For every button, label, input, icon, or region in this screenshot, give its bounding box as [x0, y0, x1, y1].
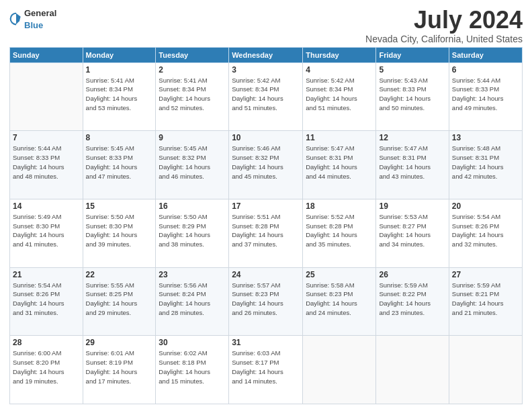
logo-icon [9, 12, 23, 26]
calendar-cell: 8Sunrise: 5:45 AM Sunset: 8:33 PM Daylig… [83, 131, 156, 199]
day-number: 25 [306, 270, 373, 279]
day-number: 13 [452, 133, 519, 142]
calendar-cell: 6Sunrise: 5:44 AM Sunset: 8:33 PM Daylig… [449, 62, 522, 131]
calendar-cell: 23Sunrise: 5:56 AM Sunset: 8:24 PM Dayli… [156, 267, 229, 336]
calendar-cell: 28Sunrise: 6:00 AM Sunset: 8:20 PM Dayli… [10, 336, 83, 404]
calendar-table: SundayMondayTuesdayWednesdayThursdayFrid… [9, 47, 523, 404]
calendar-week-row: 7Sunrise: 5:44 AM Sunset: 8:33 PM Daylig… [10, 131, 523, 199]
day-info: Sunrise: 6:01 AM Sunset: 8:19 PM Dayligh… [86, 349, 153, 385]
main-title: July 2024 [365, 7, 523, 34]
day-info: Sunrise: 5:41 AM Sunset: 8:34 PM Dayligh… [86, 76, 153, 113]
calendar-cell: 30Sunrise: 6:02 AM Sunset: 8:18 PM Dayli… [156, 336, 229, 404]
header-row: General Blue July 2024 Nevada City, Cali… [9, 7, 523, 44]
weekday-header: Sunday [10, 47, 83, 62]
day-number: 23 [159, 270, 226, 279]
day-info: Sunrise: 5:54 AM Sunset: 8:26 PM Dayligh… [452, 212, 519, 249]
day-info: Sunrise: 5:59 AM Sunset: 8:21 PM Dayligh… [452, 281, 519, 318]
calendar-cell: 4Sunrise: 5:42 AM Sunset: 8:34 PM Daylig… [303, 62, 376, 131]
day-info: Sunrise: 5:42 AM Sunset: 8:34 PM Dayligh… [306, 76, 373, 113]
day-info: Sunrise: 5:50 AM Sunset: 8:30 PM Dayligh… [86, 212, 153, 249]
day-info: Sunrise: 5:43 AM Sunset: 8:33 PM Dayligh… [379, 76, 445, 113]
day-info: Sunrise: 5:44 AM Sunset: 8:33 PM Dayligh… [13, 144, 80, 181]
day-info: Sunrise: 5:50 AM Sunset: 8:29 PM Dayligh… [159, 212, 226, 249]
logo-blue: Blue [24, 20, 43, 30]
day-info: Sunrise: 5:53 AM Sunset: 8:27 PM Dayligh… [379, 212, 445, 249]
weekday-header: Wednesday [229, 47, 303, 62]
day-number: 17 [232, 201, 300, 211]
calendar-cell [303, 336, 376, 404]
calendar-cell: 29Sunrise: 6:01 AM Sunset: 8:19 PM Dayli… [83, 336, 156, 404]
calendar-cell: 12Sunrise: 5:47 AM Sunset: 8:31 PM Dayli… [376, 131, 449, 199]
subtitle: Nevada City, California, United States [365, 34, 523, 44]
day-info: Sunrise: 5:42 AM Sunset: 8:34 PM Dayligh… [232, 76, 300, 113]
calendar-cell [376, 336, 449, 404]
calendar-week-row: 14Sunrise: 5:49 AM Sunset: 8:30 PM Dayli… [10, 199, 523, 267]
calendar-cell [10, 62, 83, 131]
day-number: 20 [452, 201, 519, 211]
weekday-header-row: SundayMondayTuesdayWednesdayThursdayFrid… [10, 47, 523, 62]
day-info: Sunrise: 5:58 AM Sunset: 8:23 PM Dayligh… [306, 281, 373, 318]
day-info: Sunrise: 5:46 AM Sunset: 8:32 PM Dayligh… [232, 144, 300, 181]
day-number: 29 [86, 338, 153, 347]
day-number: 11 [306, 133, 373, 142]
weekday-header: Monday [83, 47, 156, 62]
day-number: 4 [306, 65, 373, 75]
day-number: 16 [159, 201, 226, 211]
calendar-week-row: 21Sunrise: 5:54 AM Sunset: 8:26 PM Dayli… [10, 267, 523, 336]
day-number: 14 [13, 201, 80, 211]
logo: General Blue [9, 7, 56, 31]
calendar-cell: 10Sunrise: 5:46 AM Sunset: 8:32 PM Dayli… [229, 131, 303, 199]
day-info: Sunrise: 5:54 AM Sunset: 8:26 PM Dayligh… [13, 281, 80, 318]
calendar-cell: 13Sunrise: 5:48 AM Sunset: 8:31 PM Dayli… [449, 131, 522, 199]
calendar-week-row: 28Sunrise: 6:00 AM Sunset: 8:20 PM Dayli… [10, 336, 523, 404]
calendar-cell: 26Sunrise: 5:59 AM Sunset: 8:22 PM Dayli… [376, 267, 449, 336]
day-number: 1 [86, 65, 153, 75]
calendar-cell: 2Sunrise: 5:41 AM Sunset: 8:34 PM Daylig… [156, 62, 229, 131]
calendar-cell: 14Sunrise: 5:49 AM Sunset: 8:30 PM Dayli… [10, 199, 83, 267]
day-number: 7 [13, 133, 80, 142]
calendar-cell: 20Sunrise: 5:54 AM Sunset: 8:26 PM Dayli… [449, 199, 522, 267]
weekday-header: Tuesday [156, 47, 229, 62]
day-number: 30 [159, 338, 226, 347]
page-container: General Blue July 2024 Nevada City, Cali… [0, 0, 532, 411]
day-number: 12 [379, 133, 445, 142]
day-info: Sunrise: 5:47 AM Sunset: 8:31 PM Dayligh… [306, 144, 373, 181]
calendar-week-row: 1Sunrise: 5:41 AM Sunset: 8:34 PM Daylig… [10, 62, 523, 131]
calendar-cell [449, 336, 522, 404]
day-number: 26 [379, 270, 445, 279]
day-number: 19 [379, 201, 445, 211]
day-info: Sunrise: 6:02 AM Sunset: 8:18 PM Dayligh… [159, 349, 226, 385]
logo-text: General Blue [24, 7, 56, 31]
calendar-cell: 1Sunrise: 5:41 AM Sunset: 8:34 PM Daylig… [83, 62, 156, 131]
calendar-cell: 27Sunrise: 5:59 AM Sunset: 8:21 PM Dayli… [449, 267, 522, 336]
day-info: Sunrise: 5:45 AM Sunset: 8:33 PM Dayligh… [86, 144, 153, 181]
calendar-cell: 16Sunrise: 5:50 AM Sunset: 8:29 PM Dayli… [156, 199, 229, 267]
calendar-cell: 19Sunrise: 5:53 AM Sunset: 8:27 PM Dayli… [376, 199, 449, 267]
day-info: Sunrise: 5:52 AM Sunset: 8:28 PM Dayligh… [306, 212, 373, 249]
calendar-cell: 5Sunrise: 5:43 AM Sunset: 8:33 PM Daylig… [376, 62, 449, 131]
day-number: 2 [159, 65, 226, 75]
calendar-cell: 7Sunrise: 5:44 AM Sunset: 8:33 PM Daylig… [10, 131, 83, 199]
calendar-cell: 9Sunrise: 5:45 AM Sunset: 8:32 PM Daylig… [156, 131, 229, 199]
weekday-header: Thursday [303, 47, 376, 62]
title-block: July 2024 Nevada City, California, Unite… [365, 7, 523, 44]
calendar-cell: 18Sunrise: 5:52 AM Sunset: 8:28 PM Dayli… [303, 199, 376, 267]
calendar-cell: 17Sunrise: 5:51 AM Sunset: 8:28 PM Dayli… [229, 199, 303, 267]
day-info: Sunrise: 5:51 AM Sunset: 8:28 PM Dayligh… [232, 212, 300, 249]
calendar-cell: 25Sunrise: 5:58 AM Sunset: 8:23 PM Dayli… [303, 267, 376, 336]
day-number: 28 [13, 338, 80, 347]
day-number: 22 [86, 270, 153, 279]
calendar-cell: 31Sunrise: 6:03 AM Sunset: 8:17 PM Dayli… [229, 336, 303, 404]
day-number: 21 [13, 270, 80, 279]
day-info: Sunrise: 5:57 AM Sunset: 8:23 PM Dayligh… [232, 281, 300, 318]
day-info: Sunrise: 5:55 AM Sunset: 8:25 PM Dayligh… [86, 281, 153, 318]
weekday-header: Friday [376, 47, 449, 62]
calendar-cell: 21Sunrise: 5:54 AM Sunset: 8:26 PM Dayli… [10, 267, 83, 336]
calendar-cell: 3Sunrise: 5:42 AM Sunset: 8:34 PM Daylig… [229, 62, 303, 131]
day-info: Sunrise: 5:44 AM Sunset: 8:33 PM Dayligh… [452, 76, 519, 113]
day-info: Sunrise: 5:41 AM Sunset: 8:34 PM Dayligh… [159, 76, 226, 113]
day-number: 24 [232, 270, 300, 279]
day-info: Sunrise: 5:59 AM Sunset: 8:22 PM Dayligh… [379, 281, 445, 318]
day-number: 9 [159, 133, 226, 142]
day-info: Sunrise: 5:45 AM Sunset: 8:32 PM Dayligh… [159, 144, 226, 181]
